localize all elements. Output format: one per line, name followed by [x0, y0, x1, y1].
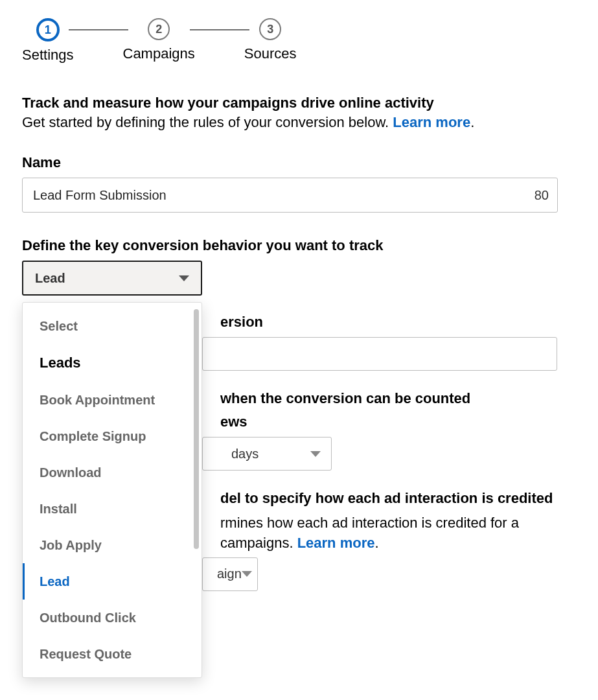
dropdown-option[interactable]: Install: [23, 491, 201, 527]
subtitle-text: Get started by defining the rules of you…: [22, 114, 393, 130]
attribution-select-value: aign: [217, 566, 242, 581]
step-label: Settings: [22, 47, 74, 64]
step-number: 1: [36, 18, 60, 41]
learn-more-link[interactable]: Learn more: [393, 114, 470, 130]
dropdown-option[interactable]: Download: [23, 454, 201, 491]
name-label: Name: [22, 154, 576, 171]
value-input-partial[interactable]: [202, 337, 557, 371]
value-section-title-partial: ersion: [220, 314, 576, 331]
page-title: Track and measure how your campaigns dri…: [22, 95, 576, 111]
name-input-wrap: 80: [22, 178, 558, 213]
attribution-text-line2: campaigns. Learn more.: [220, 533, 576, 554]
timeframe-select-value: days: [231, 447, 259, 461]
timeframe-title-partial: when the conversion can be counted: [220, 390, 576, 407]
chevron-down-icon: [179, 275, 189, 281]
step-settings[interactable]: 1 Settings: [22, 18, 74, 64]
name-char-counter: 80: [535, 188, 549, 203]
behavior-select[interactable]: Lead: [22, 261, 202, 296]
progress-stepper: 1 Settings 2 Campaigns 3 Sources: [22, 18, 576, 64]
chevron-down-icon: [310, 451, 321, 457]
attribution-title-partial: del to specify how each ad interaction i…: [220, 490, 576, 507]
step-label: Sources: [244, 45, 297, 62]
dropdown-option[interactable]: Outbound Click: [23, 600, 201, 616]
dropdown-option[interactable]: Leads: [23, 344, 201, 382]
dropdown-option[interactable]: Complete Signup: [23, 418, 201, 454]
timeframe-select-partial[interactable]: days: [202, 437, 332, 471]
attribution-learn-more-link[interactable]: Learn more: [297, 535, 375, 551]
attribution-period: .: [374, 535, 378, 551]
page-subtitle: Get started by defining the rules of you…: [22, 114, 576, 131]
step-connector: [190, 29, 249, 30]
chevron-down-icon: [242, 571, 252, 577]
dropdown-option[interactable]: Job Apply: [23, 527, 201, 563]
timeframe-sub-partial: ews: [220, 414, 576, 430]
step-number: 2: [148, 18, 170, 40]
step-number: 3: [259, 18, 281, 40]
attribution-text-2a: campaigns.: [220, 535, 297, 551]
attribution-select-partial[interactable]: aign: [202, 557, 258, 591]
behavior-dropdown-menu: SelectLeadsBook AppointmentComplete Sign…: [22, 302, 202, 617]
behavior-select-value: Lead: [35, 271, 65, 286]
subtitle-period: .: [470, 114, 474, 130]
dropdown-option[interactable]: Book Appointment: [23, 382, 201, 418]
step-sources[interactable]: 3 Sources: [244, 18, 297, 62]
step-connector: [69, 29, 128, 30]
name-input[interactable]: [22, 178, 558, 213]
step-campaigns[interactable]: 2 Campaigns: [123, 18, 195, 62]
dropdown-option[interactable]: Lead: [23, 563, 201, 600]
step-label: Campaigns: [123, 45, 195, 62]
dropdown-option[interactable]: Select: [23, 308, 201, 344]
attribution-text-line1: rmines how each ad interaction is credit…: [220, 513, 576, 533]
behavior-label: Define the key conversion behavior you w…: [22, 237, 576, 254]
scrollbar[interactable]: [194, 309, 199, 549]
